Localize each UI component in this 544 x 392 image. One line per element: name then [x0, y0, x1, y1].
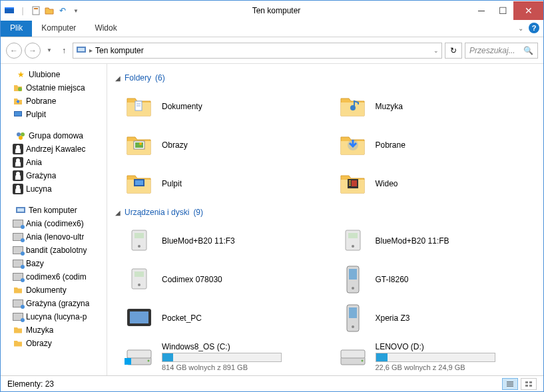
ribbon-file-tab[interactable]: Plik: [1, 21, 32, 37]
svg-rect-52: [125, 362, 128, 365]
network-drive[interactable]: Grażyna (grazyna: [1, 297, 107, 310]
address-dropdown-icon[interactable]: ⌄: [433, 47, 439, 54]
sidebar-item-recent[interactable]: Ostatnie miejsca: [1, 81, 107, 95]
device-icon: [125, 303, 154, 333]
network-drive-icon: [13, 232, 23, 242]
computer-root[interactable]: Ten komputer: [1, 204, 107, 217]
up-button[interactable]: ↑: [58, 43, 70, 59]
folder-label: Obrazy: [162, 140, 188, 150]
address-field[interactable]: ▸ Ten komputer ⌄: [73, 43, 442, 59]
collapse-icon[interactable]: ◢: [115, 209, 121, 216]
forward-button[interactable]: →: [25, 43, 41, 59]
homegroup-root[interactable]: Grupa domowa: [1, 129, 107, 142]
drive-free-space: 22,6 GB wolnych z 24,9 GB: [376, 363, 533, 371]
network-drive[interactable]: Lucyna (lucyna-p: [1, 310, 107, 323]
window-controls: ─ ☐ ✕: [471, 1, 543, 20]
folder-item[interactable]: Pobrane: [336, 128, 536, 162]
folder-item[interactable]: Muzyka: [336, 89, 536, 124]
details-view-button[interactable]: [502, 378, 518, 390]
properties-icon[interactable]: [30, 5, 42, 17]
device-item[interactable]: Pocket_PC: [122, 301, 322, 335]
drive-item[interactable]: LENOVO (D:)22,6 GB wolnych z 24,9 GB: [336, 339, 536, 374]
drive-item[interactable]: Windows8_OS (C:)814 GB wolnych z 891 GB: [122, 339, 322, 374]
icons-view-button[interactable]: [521, 378, 537, 390]
close-button[interactable]: ✕: [513, 1, 543, 20]
ribbon-tab-computer[interactable]: Komputer: [32, 21, 85, 37]
network-drive[interactable]: Ania (codimex6): [1, 217, 107, 230]
homegroup-user[interactable]: Ania: [1, 156, 107, 169]
collapse-icon[interactable]: ◢: [115, 75, 121, 82]
content-pane[interactable]: ◢ Foldery (6) DokumentyMuzykaObrazyPobra…: [107, 64, 543, 375]
folders-header[interactable]: ◢ Foldery (6): [115, 73, 535, 83]
network-drive-icon: [13, 298, 23, 309]
svg-rect-28: [352, 180, 357, 186]
folder-item[interactable]: Pulpit: [122, 166, 322, 201]
navigation-pane[interactable]: ★ Ulubione Ostatnie miejsca Pobrane Pulp…: [1, 64, 107, 375]
device-item[interactable]: Xperia Z3: [336, 301, 536, 335]
folder-item[interactable]: Wideo: [336, 166, 536, 201]
folder-label: Pulpit: [162, 179, 182, 188]
svg-point-48: [148, 360, 150, 362]
device-icon: [125, 265, 154, 294]
homegroup-user[interactable]: Andrzej Kawalec: [1, 142, 107, 156]
refresh-button[interactable]: ↻: [445, 43, 462, 59]
device-item[interactable]: BlueMod+B20 11:F3: [122, 224, 322, 258]
svg-rect-63: [529, 385, 532, 387]
homegroup-user[interactable]: Grażyna: [1, 169, 107, 182]
svg-rect-19: [135, 142, 143, 148]
favorites-root[interactable]: ★ Ulubione: [1, 68, 107, 81]
svg-point-20: [139, 142, 142, 145]
qat-dropdown-icon[interactable]: ▼: [70, 5, 82, 17]
device-item[interactable]: BlueMod+B20 11:FB: [336, 224, 536, 258]
svg-rect-13: [17, 208, 24, 212]
minimize-button[interactable]: ─: [471, 1, 492, 20]
back-button[interactable]: ←: [6, 43, 22, 59]
person-icon: [13, 144, 23, 154]
statusbar: Elementy: 23: [1, 375, 543, 391]
undo-icon[interactable]: ↶: [57, 5, 69, 17]
network-drive-icon: [13, 272, 23, 282]
network-drive[interactable]: Ania (lenovo-ultr: [1, 230, 107, 244]
svg-rect-2: [33, 7, 39, 15]
tree-computer: Ten komputer Ania (codimex6) Ania (lenov…: [1, 204, 107, 350]
help-icon[interactable]: ?: [529, 23, 539, 33]
svg-point-40: [352, 287, 354, 290]
device-label: Xperia Z3: [376, 313, 410, 323]
view-switches: [502, 378, 537, 390]
svg-point-6: [18, 87, 22, 91]
svg-point-9: [17, 132, 21, 136]
maximize-button[interactable]: ☐: [492, 1, 513, 20]
sidebar-folder[interactable]: Dokumenty: [1, 284, 107, 297]
ribbon-expand-icon[interactable]: ⌄: [518, 25, 523, 32]
devices-header[interactable]: ◢ Urządzenia i dyski (9): [115, 208, 535, 217]
drive-icon: [338, 342, 368, 371]
drive-label: LENOVO (D:): [376, 342, 533, 351]
device-icon: [125, 226, 154, 256]
breadcrumb-location[interactable]: Ten komputer: [95, 46, 144, 55]
homegroup-user[interactable]: Lucyna: [1, 182, 107, 196]
folder-label: Wideo: [376, 179, 398, 188]
folders-grid: DokumentyMuzykaObrazyPobranePulpitWideo: [122, 89, 535, 201]
device-item[interactable]: Codimex 078030: [122, 262, 322, 297]
sidebar-item-desktop[interactable]: Pulpit: [1, 108, 107, 121]
device-item[interactable]: GT-I8260: [336, 262, 536, 297]
person-icon: [13, 184, 23, 194]
ribbon-tab-view[interactable]: Widok: [85, 21, 126, 37]
new-folder-icon[interactable]: [43, 5, 55, 17]
folder-item[interactable]: Obrazy: [122, 128, 322, 162]
network-drive[interactable]: bandit (zabolotny: [1, 244, 107, 257]
folder-item[interactable]: Dokumenty: [122, 89, 322, 124]
sidebar-item-downloads[interactable]: Pobrane: [1, 95, 107, 108]
svg-rect-5: [78, 48, 85, 51]
svg-rect-62: [525, 385, 528, 387]
sidebar-folder[interactable]: Muzyka: [1, 323, 107, 337]
qat: | ↶ ▼: [3, 5, 82, 17]
network-drive[interactable]: Bazy: [1, 257, 107, 270]
network-drive[interactable]: codimex6 (codim: [1, 270, 107, 284]
breadcrumb-separator-icon: ▸: [89, 47, 93, 54]
recent-dropdown-icon[interactable]: ▼: [43, 43, 55, 59]
svg-point-10: [21, 132, 25, 136]
svg-rect-26: [349, 182, 351, 184]
search-field[interactable]: Przeszukaj... 🔍: [465, 43, 538, 59]
sidebar-folder[interactable]: Obrazy: [1, 337, 107, 350]
